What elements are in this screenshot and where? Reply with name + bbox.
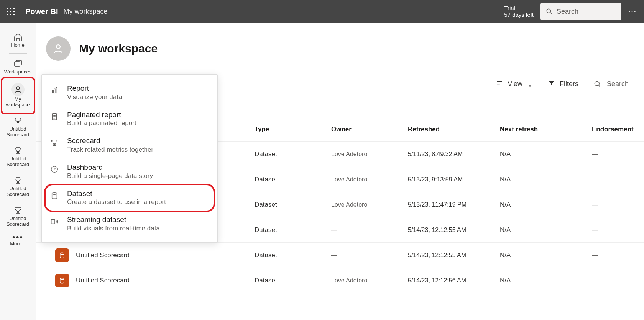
home-icon bbox=[13, 32, 23, 42]
row-refreshed: 5/13/23, 9:13:59 AM bbox=[408, 176, 500, 183]
col-next-refresh[interactable]: Next refresh bbox=[500, 126, 592, 133]
paginated-report-icon bbox=[49, 112, 59, 122]
row-next-refresh: N/A bbox=[500, 201, 592, 209]
app-launcher-icon[interactable] bbox=[7, 8, 15, 15]
streaming-icon bbox=[49, 217, 59, 227]
nav-scorecard-2[interactable]: Untitled Scorecard bbox=[4, 142, 32, 172]
dd-item-dataset[interactable]: DatasetCreate a dataset to use in a repo… bbox=[42, 184, 217, 211]
nav-more[interactable]: ••• More... bbox=[4, 232, 32, 251]
app-header: Power BI My workspace Trial: 57 days lef… bbox=[0, 0, 644, 23]
svg-line-10 bbox=[598, 85, 600, 87]
row-endorsement: — bbox=[592, 277, 644, 284]
global-search-input[interactable]: Search bbox=[540, 3, 621, 20]
search-icon bbox=[546, 8, 553, 15]
dd-report-title: Report bbox=[67, 84, 122, 93]
table-row[interactable]: Untitled Scorecard Dataset — 5/14/23, 12… bbox=[36, 243, 644, 268]
trophy-icon bbox=[13, 146, 23, 156]
col-type[interactable]: Type bbox=[255, 126, 331, 133]
col-endorsement[interactable]: Endorsement bbox=[592, 126, 644, 133]
row-owner: — bbox=[331, 227, 408, 233]
breadcrumb[interactable]: My workspace bbox=[64, 8, 108, 16]
nav-home[interactable]: Home bbox=[4, 28, 32, 52]
search-icon bbox=[594, 80, 601, 88]
header-more-icon[interactable]: ⋯ bbox=[628, 7, 637, 16]
row-next-refresh: N/A bbox=[500, 251, 592, 259]
search-placeholder: Search bbox=[557, 8, 578, 16]
col-refreshed[interactable]: Refreshed bbox=[408, 126, 500, 133]
row-next-refresh: N/A bbox=[500, 176, 592, 183]
report-icon bbox=[49, 85, 59, 95]
brand-label: Power BI bbox=[25, 7, 58, 16]
table-row[interactable]: Untitled Scorecard Dataset Love Adetoro … bbox=[36, 268, 644, 293]
nav-scorecard-1-label: Untitled Scorecard bbox=[5, 126, 31, 137]
trophy-icon bbox=[13, 116, 23, 126]
svg-point-22 bbox=[52, 193, 57, 195]
dd-item-scorecard[interactable]: ScorecardTrack related metrics together bbox=[42, 132, 217, 158]
nav-scorecard-1[interactable]: Untitled Scorecard bbox=[4, 112, 32, 142]
svg-point-5 bbox=[56, 45, 60, 49]
nav-workspaces-label: Workspaces bbox=[4, 69, 31, 75]
nav-scorecard-3[interactable]: Untitled Scorecard bbox=[4, 172, 32, 202]
dd-item-streaming-dataset[interactable]: Streaming datasetBuild visuals from real… bbox=[42, 211, 217, 237]
row-owner: Love Adetoro bbox=[331, 151, 408, 158]
nav-my-workspace-label: My workspace bbox=[5, 96, 31, 108]
row-type: Dataset bbox=[255, 251, 331, 259]
nav-scorecard-4-label: Untitled Scorecard bbox=[5, 216, 31, 227]
filter-icon bbox=[548, 80, 555, 88]
trial-status[interactable]: Trial: 57 days left bbox=[504, 5, 534, 18]
dd-streaming-title: Streaming dataset bbox=[67, 215, 160, 225]
trial-line1: Trial: bbox=[504, 5, 534, 11]
view-icon bbox=[496, 80, 503, 88]
dd-item-report[interactable]: ReportVisualize your data bbox=[42, 79, 217, 106]
chevron-down-icon: ⌄ bbox=[527, 80, 533, 88]
dataset-icon bbox=[49, 191, 59, 201]
dataset-row-icon bbox=[55, 274, 69, 287]
row-owner: Love Adetoro bbox=[331, 277, 408, 284]
nav-scorecard-3-label: Untitled Scorecard bbox=[5, 186, 31, 197]
trophy-icon bbox=[13, 176, 23, 186]
row-endorsement: — bbox=[592, 201, 644, 209]
row-type: Dataset bbox=[255, 176, 331, 183]
row-endorsement: — bbox=[592, 251, 644, 259]
svg-rect-18 bbox=[54, 89, 55, 93]
toolbar-search-label: Search bbox=[607, 80, 629, 88]
svg-rect-19 bbox=[56, 88, 57, 93]
row-type: Dataset bbox=[255, 277, 331, 284]
dd-dataset-title: Dataset bbox=[67, 189, 166, 199]
nav-scorecard-2-label: Untitled Scorecard bbox=[5, 156, 31, 167]
row-endorsement: — bbox=[592, 226, 644, 234]
workspace-title: My workspace bbox=[79, 42, 158, 55]
svg-line-1 bbox=[550, 12, 552, 14]
row-name: Untitled Scorecard bbox=[76, 277, 130, 284]
svg-rect-17 bbox=[53, 90, 54, 93]
row-endorsement: — bbox=[592, 150, 644, 158]
dd-paginated-title: Paginated report bbox=[67, 110, 136, 120]
dd-streaming-sub: Build visuals from real-time data bbox=[67, 225, 160, 232]
left-nav: Home Workspaces My workspace Untitled Sc… bbox=[0, 23, 36, 320]
filters-button[interactable]: Filters bbox=[548, 80, 578, 88]
row-refreshed: 5/13/23, 11:47:19 PM bbox=[408, 201, 500, 208]
person-icon bbox=[13, 85, 23, 95]
svg-point-15 bbox=[60, 253, 64, 255]
view-label: View bbox=[508, 80, 522, 88]
nav-scorecard-4[interactable]: Untitled Scorecard bbox=[4, 202, 32, 232]
dataset-row-icon bbox=[55, 248, 69, 262]
row-owner: Love Adetoro bbox=[331, 176, 408, 183]
row-type: Dataset bbox=[255, 150, 331, 158]
nav-my-workspace[interactable]: My workspace bbox=[4, 79, 32, 112]
row-refreshed: 5/14/23, 12:12:55 AM bbox=[408, 227, 500, 233]
nav-workspaces[interactable]: Workspaces bbox=[4, 55, 32, 79]
svg-rect-3 bbox=[16, 60, 21, 65]
trial-line2: 57 days left bbox=[504, 11, 534, 18]
col-owner[interactable]: Owner bbox=[331, 126, 408, 133]
more-icon: ••• bbox=[12, 235, 23, 239]
dd-item-dashboard[interactable]: DashboardBuild a single-page data story bbox=[42, 158, 217, 184]
toolbar-search[interactable]: Search bbox=[594, 80, 629, 88]
row-refreshed: 5/11/23, 8:49:32 AM bbox=[408, 151, 500, 158]
view-button[interactable]: View ⌄ bbox=[496, 80, 533, 88]
svg-point-0 bbox=[547, 9, 551, 13]
dd-scorecard-sub: Track related metrics together bbox=[67, 146, 153, 153]
main-content: My workspace + New ⌄ Upload ⌄ View ⌄ bbox=[36, 23, 644, 320]
dd-item-paginated-report[interactable]: Paginated reportBuild a paginated report bbox=[42, 106, 217, 132]
row-next-refresh: N/A bbox=[500, 150, 592, 158]
